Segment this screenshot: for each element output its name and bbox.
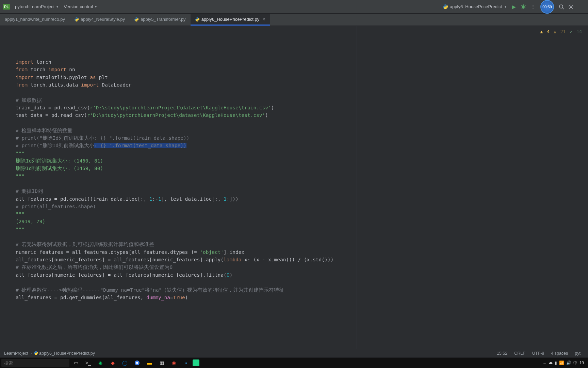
python-icon bbox=[195, 17, 199, 21]
os-search-input[interactable] bbox=[1, 359, 69, 367]
vcs-label: Version control bbox=[64, 4, 93, 9]
weak-warning-count: 21 bbox=[560, 28, 566, 35]
tray-date[interactable]: 19 bbox=[579, 361, 584, 365]
vcs-selector[interactable]: Version control ▾ bbox=[61, 3, 99, 11]
tab-apply6[interactable]: apply6_HousePricePredict.py × bbox=[191, 14, 270, 26]
navbar: LearnProject › apply6_HousePricePredict.… bbox=[0, 349, 588, 358]
chrome-icon[interactable] bbox=[131, 358, 143, 367]
debug-button[interactable] bbox=[519, 2, 528, 12]
wechat-icon[interactable]: ◉ bbox=[95, 358, 106, 367]
typo-count: 14 bbox=[576, 28, 582, 35]
tray-volume-icon[interactable]: 🔊 bbox=[566, 361, 571, 365]
run-config-selector[interactable]: apply6_HousePricePredict ▾ bbox=[440, 3, 509, 11]
python-icon bbox=[134, 17, 138, 21]
minimize-button[interactable]: — bbox=[576, 2, 585, 12]
more-actions-button[interactable]: ⋮ bbox=[528, 2, 538, 12]
chevron-right-icon: › bbox=[28, 351, 34, 356]
search-button[interactable] bbox=[557, 2, 566, 12]
right-margin-line bbox=[357, 26, 357, 349]
timer-badge[interactable]: 00:59 bbox=[540, 0, 554, 14]
app-icon-3[interactable]: ◉ bbox=[168, 358, 180, 367]
status-encoding[interactable]: UTF-8 bbox=[529, 351, 548, 356]
settings-button[interactable] bbox=[566, 2, 576, 12]
python-icon bbox=[443, 4, 448, 9]
project-selector[interactable]: pytorchLearnProject ▾ bbox=[12, 3, 61, 11]
play-icon: ▶ bbox=[512, 4, 516, 10]
warning-icon: ▲ bbox=[540, 28, 543, 35]
tray-ime[interactable]: 中 bbox=[573, 360, 577, 366]
python-icon bbox=[34, 351, 38, 356]
os-taskbar: ▭ >_ ◉ ◆ ◯ ▬ ▦ ◉ ▪ ︿ ⏏ ▮ 📶 🔊 中 19 bbox=[0, 358, 588, 368]
editor[interactable]: ▲4 ▲21 ✔14 import torchfrom torch import… bbox=[0, 26, 588, 349]
code-area[interactable]: ▲4 ▲21 ✔14 import torchfrom torch import… bbox=[13, 26, 588, 349]
weak-warning-icon: ▲ bbox=[554, 28, 556, 35]
gear-icon bbox=[568, 4, 574, 10]
search-icon bbox=[559, 4, 564, 10]
tab-label: apply4_NeuralStyle.py bbox=[81, 17, 125, 22]
breadcrumb-project[interactable]: LearnProject bbox=[4, 351, 28, 356]
app-icon-2[interactable]: ▦ bbox=[156, 358, 167, 367]
taskview-icon[interactable]: ▭ bbox=[70, 358, 82, 367]
status-interpreter[interactable]: pyt bbox=[571, 351, 584, 356]
terminal-icon[interactable]: >_ bbox=[82, 358, 94, 367]
project-badge: PL bbox=[3, 4, 10, 10]
tray-wifi-icon[interactable]: 📶 bbox=[559, 361, 564, 365]
inspection-widget[interactable]: ▲4 ▲21 ✔14 bbox=[540, 28, 582, 35]
tab-apply4[interactable]: apply4_NeuralStyle.py bbox=[70, 14, 130, 26]
svg-point-0 bbox=[522, 6, 524, 9]
chevron-down-icon: ▾ bbox=[56, 5, 58, 9]
editor-tabs: apply1_handwrite_numreco.py apply4_Neura… bbox=[0, 14, 588, 26]
python-icon bbox=[75, 17, 79, 21]
app-icon-4[interactable]: ▪ bbox=[180, 358, 192, 367]
close-icon[interactable]: × bbox=[263, 17, 265, 22]
system-tray[interactable]: ︿ ⏏ ▮ 📶 🔊 中 19 bbox=[543, 360, 587, 366]
tray-battery-icon[interactable]: ▮ bbox=[555, 361, 557, 365]
minimize-icon: — bbox=[578, 4, 583, 9]
tray-usb-icon[interactable]: ⏏ bbox=[549, 361, 553, 365]
kebab-icon: ⋮ bbox=[531, 4, 535, 9]
run-button[interactable]: ▶ bbox=[509, 2, 519, 12]
svg-point-3 bbox=[570, 6, 572, 7]
bug-icon bbox=[521, 4, 526, 10]
explorer-icon[interactable]: ▬ bbox=[144, 358, 155, 367]
svg-point-1 bbox=[559, 5, 563, 8]
svg-line-2 bbox=[562, 8, 564, 9]
tab-label: apply1_handwrite_numreco.py bbox=[5, 17, 65, 22]
edge-icon[interactable]: ◯ bbox=[119, 358, 131, 367]
tab-label: apply5_Transformer.py bbox=[141, 17, 185, 22]
chevron-down-icon: ▾ bbox=[505, 5, 506, 9]
run-config-name: apply6_HousePricePredict bbox=[450, 4, 502, 9]
titlebar: PL pytorchLearnProject ▾ Version control… bbox=[0, 0, 588, 14]
tray-chevron-icon[interactable]: ︿ bbox=[543, 360, 547, 366]
gutter[interactable] bbox=[0, 26, 13, 349]
project-name: pytorchLearnProject bbox=[15, 4, 54, 9]
app-icon-1[interactable]: ◆ bbox=[107, 358, 118, 367]
warning-count: 4 bbox=[547, 28, 550, 35]
typo-icon: ✔ bbox=[570, 28, 573, 35]
pycharm-icon[interactable] bbox=[193, 359, 199, 366]
tab-label: apply6_HousePricePredict.py bbox=[201, 17, 260, 22]
breadcrumb-file[interactable]: apply6_HousePricePredict.py bbox=[39, 351, 95, 356]
status-linesep[interactable]: CRLF bbox=[511, 351, 529, 356]
status-indent[interactable]: 4 spaces bbox=[548, 351, 571, 356]
tab-apply1[interactable]: apply1_handwrite_numreco.py bbox=[0, 14, 70, 26]
chevron-down-icon: ▾ bbox=[95, 5, 97, 9]
svg-point-5 bbox=[136, 362, 138, 364]
status-time: 15:52 bbox=[493, 351, 511, 356]
tab-apply5[interactable]: apply5_Transformer.py bbox=[130, 14, 190, 26]
